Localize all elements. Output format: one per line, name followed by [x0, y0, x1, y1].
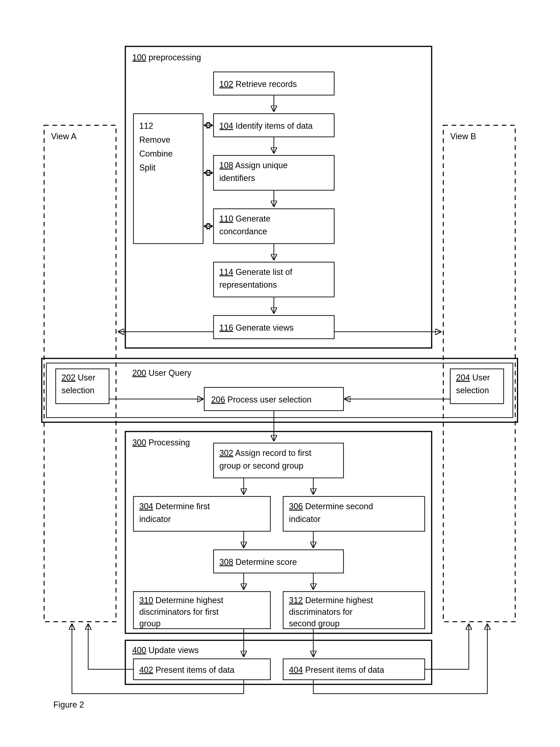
num-200: 200 [132, 368, 146, 378]
label-108a: Assign unique [235, 160, 287, 170]
label-304b: indicator [139, 514, 171, 524]
num-306: 306 [289, 501, 303, 511]
label-204b: selection [456, 386, 489, 395]
label-302a: Assign record to first [235, 448, 311, 458]
svg-text:206 Process user selection: 206 Process user selection [211, 395, 311, 404]
label-200: User Query [149, 368, 191, 378]
svg-text:110 Generate: 110 Generate [219, 214, 270, 224]
label-102: Retrieve records [235, 79, 297, 89]
num-116: 116 [219, 323, 233, 332]
num-310: 310 [139, 595, 153, 605]
view-b-label: View B [450, 132, 476, 141]
label-202a: User [78, 373, 95, 382]
svg-text:114 Generate list of: 114 Generate list of [219, 267, 292, 277]
label-104: Identify items of data [235, 121, 313, 131]
svg-text:404 Present items of data: 404 Present items of data [289, 665, 384, 675]
svg-text:108 Assign unique: 108 Assign unique [219, 160, 287, 170]
num-308: 308 [219, 557, 233, 567]
svg-text:308 Determine score: 308 Determine score [219, 557, 297, 567]
label-306a: Determine second [305, 501, 373, 511]
num-110: 110 [219, 214, 233, 224]
svg-text:302 Assign record to first: 302 Assign record to first [219, 448, 311, 458]
num-114: 114 [219, 267, 233, 277]
num-400: 400 [132, 645, 146, 655]
label-206: Process user selection [227, 395, 311, 404]
label-112b: Combine [139, 149, 173, 158]
label-310a: Determine highest [155, 595, 223, 605]
svg-text:310 Determine highest: 310 Determine highest [139, 595, 223, 605]
num-202: 202 [61, 373, 75, 382]
label-302b: group or second group [219, 461, 303, 470]
box-100 [125, 46, 432, 348]
num-300: 300 [132, 438, 146, 447]
num-100: 100 [132, 53, 146, 62]
num-206: 206 [211, 395, 225, 404]
box-200-outer [42, 358, 517, 422]
label-116: Generate views [235, 323, 294, 332]
svg-text:312 Determine highest: 312 Determine highest [289, 595, 373, 605]
label-304a: Determine first [155, 501, 210, 511]
box-112 [133, 114, 203, 243]
num-112: 112 [139, 121, 153, 131]
label-112a: Remove [139, 135, 170, 145]
figure-label: Figure 2 [53, 700, 84, 710]
num-302: 302 [219, 448, 233, 458]
label-114b: representations [219, 280, 277, 289]
svg-text:306 Determine second: 306 Determine second [289, 501, 373, 511]
svg-text:100 preprocessing: 100 preprocessing [132, 53, 201, 62]
label-310c: group [139, 619, 160, 628]
label-108b: identifiers [219, 173, 255, 183]
label-100: preprocessing [149, 53, 201, 62]
num-312: 312 [289, 595, 303, 605]
label-300: Processing [149, 438, 190, 447]
label-110a: Generate [235, 214, 270, 224]
label-312a: Determine highest [305, 595, 373, 605]
label-404: Present items of data [305, 665, 384, 675]
svg-text:300 Processing: 300 Processing [132, 438, 190, 447]
svg-text:200 User Query: 200 User Query [132, 368, 191, 378]
label-310b: discriminators for first [139, 607, 219, 617]
num-402: 402 [139, 665, 153, 675]
label-400: Update views [149, 645, 199, 655]
view-a-label: View A [51, 132, 76, 141]
label-202b: selection [61, 386, 95, 395]
svg-text:104 Identify items of data: 104 Identify items of data [219, 121, 313, 131]
svg-text:116 Generate views: 116 Generate views [219, 323, 294, 332]
num-404: 404 [289, 665, 303, 675]
label-204a: User [472, 373, 490, 382]
label-112c: Split [139, 163, 155, 172]
label-308: Determine score [235, 557, 297, 567]
label-312b: discriminators for [289, 607, 353, 617]
svg-text:402 Present items of data: 402 Present items of data [139, 665, 235, 675]
svg-text:400 Update views: 400 Update views [132, 645, 199, 655]
num-304: 304 [139, 501, 153, 511]
num-104: 104 [219, 121, 233, 131]
label-312c: second group [289, 619, 339, 628]
label-110b: concordance [219, 227, 267, 236]
label-306b: indicator [289, 514, 321, 524]
svg-text:102 Retrieve records: 102 Retrieve records [219, 79, 297, 89]
svg-text:204 User: 204 User [456, 373, 490, 382]
num-204: 204 [456, 373, 470, 382]
label-114a: Generate list of [235, 267, 292, 277]
num-108: 108 [219, 160, 233, 170]
svg-text:304 Determine first: 304 Determine first [139, 501, 210, 511]
label-402: Present items of data [155, 665, 235, 675]
svg-text:202 User: 202 User [61, 373, 95, 382]
arrow-402-viewA-1 [88, 624, 133, 669]
num-102: 102 [219, 79, 233, 89]
